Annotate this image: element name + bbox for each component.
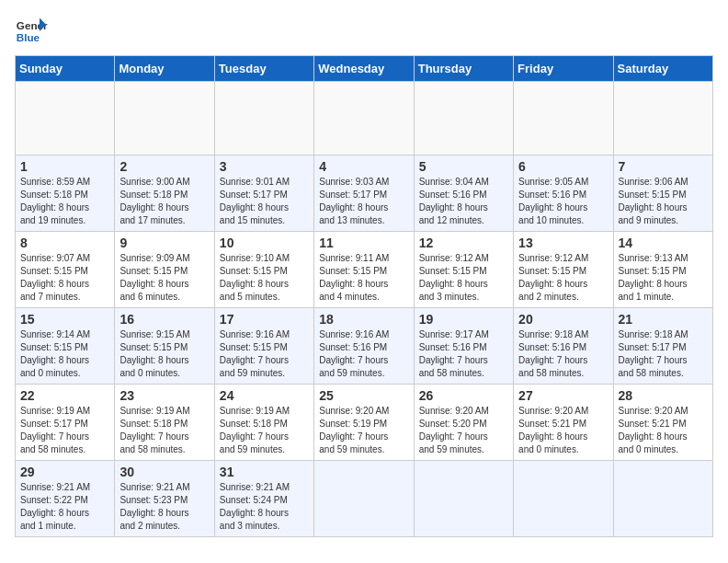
day-cell: 5Sunrise: 9:04 AM Sunset: 5:16 PM Daylig… bbox=[414, 155, 513, 232]
day-cell: 20Sunrise: 9:18 AM Sunset: 5:16 PM Dayli… bbox=[514, 308, 613, 385]
day-info: Sunrise: 9:21 AM Sunset: 5:23 PM Dayligh… bbox=[119, 481, 209, 533]
day-info: Sunrise: 9:12 AM Sunset: 5:15 PM Dayligh… bbox=[419, 252, 508, 304]
day-cell bbox=[514, 461, 613, 537]
day-info: Sunrise: 9:20 AM Sunset: 5:21 PM Dayligh… bbox=[619, 405, 708, 456]
day-number: 8 bbox=[20, 236, 109, 250]
svg-text:Blue: Blue bbox=[17, 31, 40, 43]
day-cell: 8Sunrise: 9:07 AM Sunset: 5:15 PM Daylig… bbox=[16, 232, 115, 308]
day-cell: 4Sunrise: 9:03 AM Sunset: 5:17 PM Daylig… bbox=[314, 155, 414, 232]
col-header-sunday: Sunday bbox=[16, 56, 115, 82]
day-cell: 10Sunrise: 9:10 AM Sunset: 5:15 PM Dayli… bbox=[214, 232, 313, 308]
week-row-2: 8Sunrise: 9:07 AM Sunset: 5:15 PM Daylig… bbox=[16, 232, 713, 308]
day-number: 7 bbox=[619, 159, 708, 174]
day-number: 14 bbox=[619, 236, 708, 250]
day-cell: 12Sunrise: 9:12 AM Sunset: 5:15 PM Dayli… bbox=[414, 232, 513, 308]
day-info: Sunrise: 9:12 AM Sunset: 5:15 PM Dayligh… bbox=[518, 252, 608, 304]
logo-icon: GeneralBlue bbox=[15, 15, 48, 48]
day-number: 5 bbox=[419, 159, 508, 174]
day-info: Sunrise: 9:09 AM Sunset: 5:15 PM Dayligh… bbox=[119, 252, 209, 304]
day-number: 22 bbox=[20, 388, 109, 403]
day-info: Sunrise: 9:00 AM Sunset: 5:18 PM Dayligh… bbox=[119, 176, 209, 227]
day-number: 10 bbox=[220, 236, 309, 250]
day-cell bbox=[16, 82, 115, 155]
day-cell: 23Sunrise: 9:19 AM Sunset: 5:18 PM Dayli… bbox=[115, 385, 214, 461]
day-number: 2 bbox=[119, 159, 209, 174]
day-info: Sunrise: 9:20 AM Sunset: 5:19 PM Dayligh… bbox=[319, 405, 408, 456]
day-cell: 21Sunrise: 9:18 AM Sunset: 5:17 PM Dayli… bbox=[613, 308, 712, 385]
col-header-friday: Friday bbox=[514, 56, 613, 82]
day-info: Sunrise: 9:06 AM Sunset: 5:15 PM Dayligh… bbox=[619, 176, 708, 227]
day-number: 31 bbox=[220, 465, 309, 479]
day-info: Sunrise: 9:05 AM Sunset: 5:16 PM Dayligh… bbox=[518, 176, 608, 227]
week-row-1: 1Sunrise: 8:59 AM Sunset: 5:18 PM Daylig… bbox=[16, 155, 713, 232]
day-info: Sunrise: 9:16 AM Sunset: 5:15 PM Dayligh… bbox=[220, 328, 309, 380]
day-number: 13 bbox=[518, 236, 608, 250]
col-header-thursday: Thursday bbox=[414, 56, 513, 82]
day-info: Sunrise: 9:01 AM Sunset: 5:17 PM Dayligh… bbox=[220, 176, 309, 227]
col-header-monday: Monday bbox=[115, 56, 214, 82]
day-number: 3 bbox=[220, 159, 309, 174]
day-info: Sunrise: 9:18 AM Sunset: 5:17 PM Dayligh… bbox=[619, 328, 708, 380]
day-info: Sunrise: 9:15 AM Sunset: 5:15 PM Dayligh… bbox=[119, 328, 209, 380]
day-info: Sunrise: 9:03 AM Sunset: 5:17 PM Dayligh… bbox=[319, 176, 408, 227]
day-info: Sunrise: 9:17 AM Sunset: 5:16 PM Dayligh… bbox=[419, 328, 508, 380]
day-info: Sunrise: 9:19 AM Sunset: 5:18 PM Dayligh… bbox=[119, 405, 209, 456]
day-cell: 15Sunrise: 9:14 AM Sunset: 5:15 PM Dayli… bbox=[16, 308, 115, 385]
day-cell bbox=[214, 82, 313, 155]
day-cell bbox=[414, 461, 513, 537]
week-row-4: 22Sunrise: 9:19 AM Sunset: 5:17 PM Dayli… bbox=[16, 385, 713, 461]
day-info: Sunrise: 9:18 AM Sunset: 5:16 PM Dayligh… bbox=[518, 328, 608, 380]
day-number: 1 bbox=[20, 159, 109, 174]
day-cell: 17Sunrise: 9:16 AM Sunset: 5:15 PM Dayli… bbox=[214, 308, 313, 385]
day-cell: 14Sunrise: 9:13 AM Sunset: 5:15 PM Dayli… bbox=[613, 232, 712, 308]
day-number: 27 bbox=[518, 388, 608, 403]
day-number: 6 bbox=[518, 159, 608, 174]
day-info: Sunrise: 9:20 AM Sunset: 5:20 PM Dayligh… bbox=[419, 405, 508, 456]
day-number: 28 bbox=[619, 388, 708, 403]
day-cell: 9Sunrise: 9:09 AM Sunset: 5:15 PM Daylig… bbox=[115, 232, 214, 308]
week-row-5: 29Sunrise: 9:21 AM Sunset: 5:22 PM Dayli… bbox=[16, 461, 713, 537]
day-info: Sunrise: 8:59 AM Sunset: 5:18 PM Dayligh… bbox=[20, 176, 109, 227]
col-header-saturday: Saturday bbox=[613, 56, 712, 82]
day-number: 16 bbox=[119, 312, 209, 327]
calendar-table: SundayMondayTuesdayWednesdayThursdayFrid… bbox=[15, 55, 713, 537]
day-info: Sunrise: 9:19 AM Sunset: 5:18 PM Dayligh… bbox=[220, 405, 309, 456]
logo: GeneralBlue bbox=[15, 15, 48, 48]
day-number: 19 bbox=[419, 312, 508, 327]
week-row-3: 15Sunrise: 9:14 AM Sunset: 5:15 PM Dayli… bbox=[16, 308, 713, 385]
day-cell: 3Sunrise: 9:01 AM Sunset: 5:17 PM Daylig… bbox=[214, 155, 313, 232]
day-cell: 22Sunrise: 9:19 AM Sunset: 5:17 PM Dayli… bbox=[16, 385, 115, 461]
day-cell: 24Sunrise: 9:19 AM Sunset: 5:18 PM Dayli… bbox=[214, 385, 313, 461]
day-cell: 11Sunrise: 9:11 AM Sunset: 5:15 PM Dayli… bbox=[314, 232, 414, 308]
day-number: 24 bbox=[220, 388, 309, 403]
day-info: Sunrise: 9:10 AM Sunset: 5:15 PM Dayligh… bbox=[220, 252, 309, 304]
day-cell bbox=[613, 82, 712, 155]
day-cell: 6Sunrise: 9:05 AM Sunset: 5:16 PM Daylig… bbox=[514, 155, 613, 232]
col-header-tuesday: Tuesday bbox=[214, 56, 313, 82]
day-cell: 2Sunrise: 9:00 AM Sunset: 5:18 PM Daylig… bbox=[115, 155, 214, 232]
day-cell bbox=[314, 82, 414, 155]
day-cell: 18Sunrise: 9:16 AM Sunset: 5:16 PM Dayli… bbox=[314, 308, 414, 385]
day-info: Sunrise: 9:14 AM Sunset: 5:15 PM Dayligh… bbox=[20, 328, 109, 380]
day-number: 20 bbox=[518, 312, 608, 327]
page-header: GeneralBlue bbox=[15, 15, 713, 48]
day-cell bbox=[414, 82, 513, 155]
col-header-wednesday: Wednesday bbox=[314, 56, 414, 82]
day-number: 11 bbox=[319, 236, 408, 250]
day-number: 21 bbox=[619, 312, 708, 327]
day-info: Sunrise: 9:20 AM Sunset: 5:21 PM Dayligh… bbox=[518, 405, 608, 456]
day-cell: 25Sunrise: 9:20 AM Sunset: 5:19 PM Dayli… bbox=[314, 385, 414, 461]
day-cell: 30Sunrise: 9:21 AM Sunset: 5:23 PM Dayli… bbox=[115, 461, 214, 537]
day-cell: 7Sunrise: 9:06 AM Sunset: 5:15 PM Daylig… bbox=[613, 155, 712, 232]
day-info: Sunrise: 9:19 AM Sunset: 5:17 PM Dayligh… bbox=[20, 405, 109, 456]
day-info: Sunrise: 9:16 AM Sunset: 5:16 PM Dayligh… bbox=[319, 328, 408, 380]
day-number: 30 bbox=[119, 465, 209, 479]
day-cell: 13Sunrise: 9:12 AM Sunset: 5:15 PM Dayli… bbox=[514, 232, 613, 308]
day-number: 23 bbox=[119, 388, 209, 403]
day-info: Sunrise: 9:21 AM Sunset: 5:24 PM Dayligh… bbox=[220, 481, 309, 533]
day-cell: 28Sunrise: 9:20 AM Sunset: 5:21 PM Dayli… bbox=[613, 385, 712, 461]
week-row-0 bbox=[16, 82, 713, 155]
day-number: 9 bbox=[119, 236, 209, 250]
column-headers: SundayMondayTuesdayWednesdayThursdayFrid… bbox=[16, 56, 713, 82]
day-number: 17 bbox=[220, 312, 309, 327]
